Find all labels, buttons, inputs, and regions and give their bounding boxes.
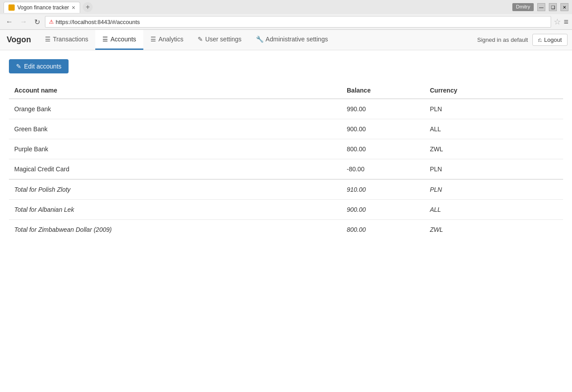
tab-favicon (8, 4, 15, 11)
account-currency-cell: PLN (425, 159, 563, 180)
transactions-icon: ☰ (45, 36, 51, 43)
tab-title: Vogon finance tracker (17, 4, 69, 11)
browser-tab[interactable]: Vogon finance tracker × (4, 2, 80, 13)
header-currency: Currency (425, 82, 563, 99)
nav-label-accounts: Accounts (110, 36, 136, 43)
nav-item-transactions[interactable]: ☰ Transactions (38, 30, 96, 50)
account-currency-cell: ALL (425, 119, 563, 139)
nav-item-accounts[interactable]: ☰ Accounts (95, 30, 143, 50)
nav-right: Signed in as default ⎌ Logout (477, 30, 568, 50)
close-button[interactable]: ✕ (560, 3, 568, 11)
accounts-body: Orange Bank990.00PLNGreen Bank900.00ALLP… (9, 99, 563, 239)
table-row: Green Bank900.00ALL (9, 119, 563, 139)
admin-settings-icon: 🔧 (256, 36, 264, 43)
nav-label-analytics: Analytics (158, 36, 183, 43)
table-row: Magical Credit Card-80.00PLN (9, 159, 563, 180)
title-bar-left: Vogon finance tracker × + (4, 2, 93, 13)
back-button[interactable]: ← (4, 17, 15, 27)
user-badge: Dmitry (512, 3, 534, 11)
signed-in-label: Signed in as default (477, 36, 528, 43)
title-bar: Vogon finance tracker × + Dmitry — ❑ ✕ (0, 0, 572, 14)
total-balance-cell: 800.00 (341, 220, 425, 240)
total-currency-cell: ALL (425, 200, 563, 220)
total-row: Total for Polish Zloty910.00PLN (9, 179, 563, 200)
account-balance-cell: 990.00 (341, 99, 425, 119)
table-row: Purple Bank800.00ZWL (9, 139, 563, 159)
total-currency-cell: PLN (425, 179, 563, 200)
nav-label-transactions: Transactions (53, 36, 89, 43)
restore-button[interactable]: ❑ (549, 3, 557, 11)
edit-accounts-label: Edit accounts (24, 63, 61, 70)
total-balance-cell: 900.00 (341, 200, 425, 220)
url-display: https://localhost:8443/#/accounts (56, 19, 140, 25)
browser-nav-bar: ← → ↻ ⚠ https://localhost:8443/#/account… (0, 14, 572, 29)
app-navbar: Vogon ☰ Transactions ☰ Accounts ☰ Analyt… (0, 30, 572, 50)
nav-item-analytics[interactable]: ☰ Analytics (143, 30, 191, 50)
table-row: Orange Bank990.00PLN (9, 99, 563, 119)
address-bar[interactable]: ⚠ https://localhost:8443/#/accounts (45, 16, 551, 28)
account-name-cell: Green Bank (9, 119, 341, 139)
total-label-cell: Total for Zimbabwean Dollar (2009) (9, 220, 341, 240)
tab-close-button[interactable]: × (72, 4, 75, 11)
total-row: Total for Albanian Lek900.00ALL (9, 200, 563, 220)
logout-button[interactable]: ⎌ Logout (532, 34, 568, 46)
total-label-cell: Total for Polish Zloty (9, 179, 341, 200)
total-balance-cell: 910.00 (341, 179, 425, 200)
title-bar-right: Dmitry — ❑ ✕ (512, 3, 568, 11)
browser-chrome: Vogon finance tracker × + Dmitry — ❑ ✕ ←… (0, 0, 572, 30)
reload-button[interactable]: ↻ (32, 17, 42, 27)
account-balance-cell: -80.00 (341, 159, 425, 180)
header-row: Account name Balance Currency (9, 82, 563, 99)
account-currency-cell: PLN (425, 99, 563, 119)
minimize-button[interactable]: — (537, 3, 545, 11)
edit-accounts-icon: ✎ (16, 63, 21, 70)
nav-item-user-settings[interactable]: ✎ User settings (191, 30, 249, 50)
account-balance-cell: 900.00 (341, 119, 425, 139)
header-balance: Balance (341, 82, 425, 99)
account-currency-cell: ZWL (425, 139, 563, 159)
lock-icon: ⚠ (49, 19, 54, 25)
account-name-cell: Orange Bank (9, 99, 341, 119)
menu-button[interactable]: ≡ (564, 17, 568, 27)
nav-label-user-settings: User settings (205, 36, 242, 43)
brand-logo[interactable]: Vogon (4, 30, 38, 50)
account-balance-cell: 800.00 (341, 139, 425, 159)
table-header: Account name Balance Currency (9, 82, 563, 99)
total-currency-cell: ZWL (425, 220, 563, 240)
new-tab-button[interactable]: + (83, 2, 93, 12)
main-content: ✎ Edit accounts Account name Balance Cur… (0, 50, 572, 248)
nav-item-admin-settings[interactable]: 🔧 Administrative settings (249, 30, 335, 50)
logout-label: Logout (544, 36, 562, 43)
account-name-cell: Magical Credit Card (9, 159, 341, 180)
logout-icon: ⎌ (538, 36, 542, 43)
total-row: Total for Zimbabwean Dollar (2009)800.00… (9, 220, 563, 240)
nav-label-admin-settings: Administrative settings (266, 36, 328, 43)
analytics-icon: ☰ (150, 36, 156, 43)
forward-button[interactable]: → (18, 17, 29, 27)
total-label-cell: Total for Albanian Lek (9, 200, 341, 220)
header-account-name: Account name (9, 82, 341, 99)
bookmark-button[interactable]: ☆ (554, 17, 561, 27)
account-name-cell: Purple Bank (9, 139, 341, 159)
accounts-icon: ☰ (102, 36, 108, 43)
edit-accounts-button[interactable]: ✎ Edit accounts (9, 59, 69, 73)
user-settings-icon: ✎ (198, 36, 203, 43)
accounts-table: Account name Balance Currency Orange Ban… (9, 82, 563, 239)
